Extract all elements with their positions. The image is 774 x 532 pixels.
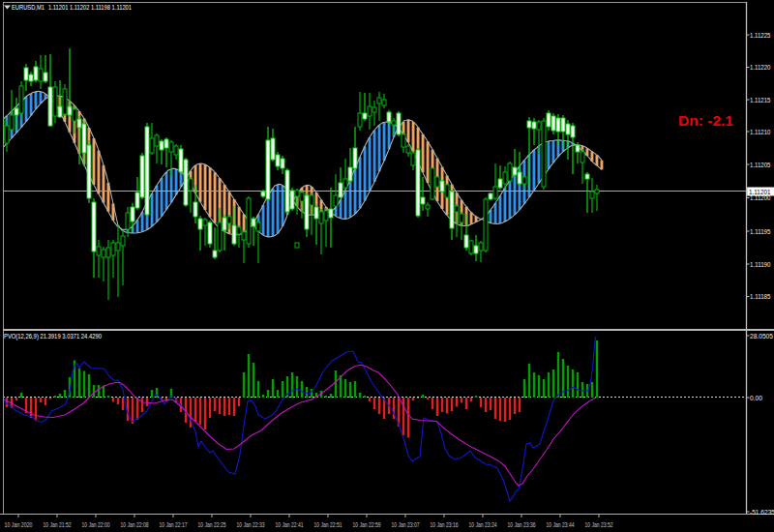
svg-text:EURUSD,M1: EURUSD,M1 <box>12 3 45 12</box>
svg-text:10 Jan 22:51: 10 Jan 22:51 <box>314 521 342 528</box>
svg-text:-51.6235: -51.6235 <box>750 508 774 517</box>
svg-text:1.11205: 1.11205 <box>750 161 771 169</box>
svg-text:10 Jan 22:17: 10 Jan 22:17 <box>160 521 188 528</box>
svg-text:10 Jan 23:44: 10 Jan 23:44 <box>547 521 575 528</box>
svg-text:10 Jan 23:16: 10 Jan 23:16 <box>431 521 459 528</box>
svg-text:28.0505: 28.0505 <box>750 332 773 340</box>
svg-text:10 Jan 22:33: 10 Jan 22:33 <box>237 521 265 528</box>
svg-text:1.11190: 1.11190 <box>750 260 771 269</box>
svg-text:PVO(12,26,9) 21.3919 3.0371 24: PVO(12,26,9) 21.3919 3.0371 24.4290 <box>4 332 102 340</box>
svg-text:1.11185: 1.11185 <box>750 292 771 301</box>
svg-text:1.11210: 1.11210 <box>750 128 771 136</box>
svg-text:1.11195: 1.11195 <box>750 227 771 236</box>
svg-text:10 Jan 22:00: 10 Jan 22:00 <box>82 521 110 528</box>
svg-text:10 Jan 21:52: 10 Jan 21:52 <box>44 521 72 528</box>
svg-text:10 Jan 23:36: 10 Jan 23:36 <box>508 521 536 528</box>
svg-text:1.11220: 1.11220 <box>750 63 771 72</box>
svg-text:1.11225: 1.11225 <box>750 31 771 40</box>
svg-text:10 Jan 22:59: 10 Jan 22:59 <box>353 521 381 528</box>
svg-text:1.11215: 1.11215 <box>750 96 771 104</box>
svg-text:Dn: -2.1: Dn: -2.1 <box>678 113 733 129</box>
svg-text:10 Jan 23:24: 10 Jan 23:24 <box>469 521 497 528</box>
svg-text:10 Jan 23:52: 10 Jan 23:52 <box>585 521 613 528</box>
svg-text:10 Jan 22:41: 10 Jan 22:41 <box>276 521 304 528</box>
svg-text:1.11201: 1.11201 <box>749 188 771 196</box>
svg-text:10 Jan 23:07: 10 Jan 23:07 <box>392 521 420 528</box>
svg-text:0.00: 0.00 <box>750 394 762 402</box>
svg-text:10 Jan 22:08: 10 Jan 22:08 <box>121 521 149 528</box>
svg-text:1.11201 1.11202 1.11198 1.1120: 1.11201 1.11202 1.11198 1.11201 <box>48 3 132 12</box>
svg-text:10 Jan 2020: 10 Jan 2020 <box>5 521 33 528</box>
svg-text:10 Jan 22:25: 10 Jan 22:25 <box>198 521 226 528</box>
